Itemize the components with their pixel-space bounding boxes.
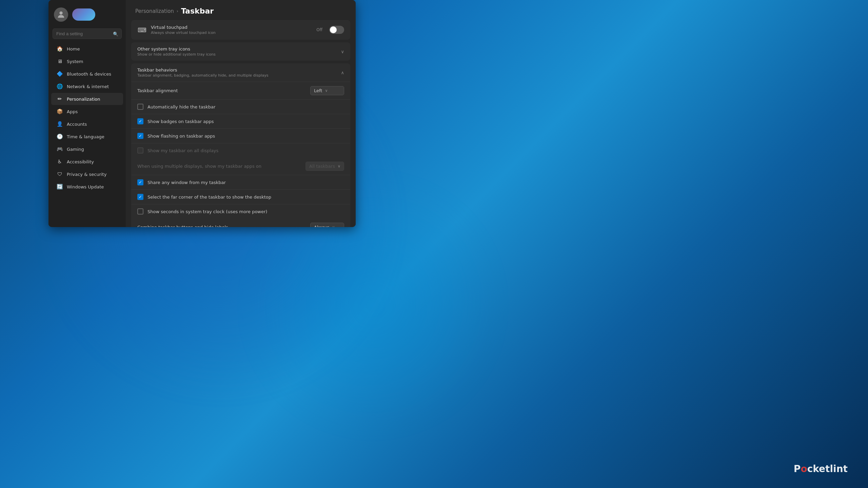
alignment-dropdown-arrow: ∨ — [325, 88, 328, 93]
virtual-touchpad-section: ⌨ Virtual touchpad Always show virtual t… — [131, 20, 350, 40]
checkbox-show_badges[interactable] — [137, 118, 143, 124]
nav-icon-system: 🖥 — [57, 58, 63, 64]
watermark-suffix: cketlint — [807, 463, 848, 474]
checkbox-share_window[interactable] — [137, 179, 143, 185]
sidebar-item-home[interactable]: 🏠 Home — [51, 43, 123, 55]
nav-icon-network: 🌐 — [57, 83, 63, 89]
nav-label-time: Time & language — [67, 134, 104, 139]
other-tray-icons-header[interactable]: Other system tray icons Show or hide add… — [131, 42, 350, 61]
behavior-label-show_flashing: Show flashing on taskbar apps — [147, 134, 344, 139]
sidebar-item-time[interactable]: 🕐 Time & language — [51, 130, 123, 143]
nav-icon-accounts: 👤 — [57, 121, 63, 127]
taskbar-behaviors-header[interactable]: Taskbar behaviors Taskbar alignment, bad… — [131, 63, 350, 82]
checkbox-far_corner[interactable] — [137, 194, 143, 200]
nav-items: 🏠 Home 🖥 System 🔷 Bluetooth & devices 🌐 … — [48, 42, 126, 227]
behavior-row-show_seconds: Show seconds in system tray clock (uses … — [131, 204, 350, 219]
nav-icon-apps: 📦 — [57, 108, 63, 115]
nav-icon-gaming: 🎮 — [57, 146, 63, 152]
main-content: Personalization › Taskbar ⌨ Virtual touc… — [126, 0, 356, 227]
behaviors-subtitle: Taskbar alignment, badging, automaticall… — [137, 73, 341, 78]
nav-icon-privacy: 🛡 — [57, 171, 63, 177]
multi-display-value: All taskbars — [309, 164, 335, 169]
combine-buttons-dropdown[interactable]: Always ∨ — [310, 223, 344, 227]
behavior-items-2: Share any window from my taskbar Select … — [131, 175, 350, 219]
nav-label-apps: Apps — [67, 109, 78, 114]
toggle-off-label: Off — [316, 27, 322, 32]
behavior-row-all_displays: Show my taskbar on all displays — [131, 143, 350, 158]
combine-buttons-row: Combine taskbar buttons and hide labels … — [131, 219, 350, 227]
alignment-label: Taskbar alignment — [137, 88, 306, 93]
combine-buttons-label: Combine taskbar buttons and hide labels — [137, 225, 306, 227]
behavior-items-1: Automatically hide the taskbar Show badg… — [131, 100, 350, 158]
alignment-row: Taskbar alignment Left ∨ — [131, 82, 350, 100]
nav-label-system: System — [67, 59, 83, 64]
virtual-touchpad-toggle[interactable] — [329, 26, 344, 34]
nav-icon-personalization: ✏️ — [57, 96, 63, 102]
nav-label-update: Windows Update — [67, 184, 104, 189]
sidebar-item-network[interactable]: 🌐 Network & internet — [51, 80, 123, 93]
breadcrumb-parent[interactable]: Personalization — [135, 8, 174, 14]
sidebar-item-update[interactable]: 🔄 Windows Update — [51, 181, 123, 193]
nav-label-network: Network & internet — [67, 84, 109, 89]
checkbox-show_flashing[interactable] — [137, 133, 143, 139]
sidebar-item-gaming[interactable]: 🎮 Gaming — [51, 143, 123, 155]
avatar[interactable] — [54, 7, 68, 22]
sidebar-item-system[interactable]: 🖥 System — [51, 55, 123, 67]
nav-icon-update: 🔄 — [57, 184, 63, 190]
nav-icon-home: 🏠 — [57, 46, 63, 52]
multi-display-label: When using multiple displays, show my ta… — [137, 164, 301, 169]
touchpad-icon: ⌨ — [137, 25, 147, 35]
other-tray-subtitle: Show or hide additional system tray icon… — [137, 52, 341, 57]
svg-point-0 — [59, 12, 62, 15]
nav-icon-accessibility: ♿ — [57, 159, 63, 165]
sidebar-item-personalization[interactable]: ✏️ Personalization — [51, 93, 123, 105]
behaviors-chevron: ∧ — [341, 70, 344, 75]
nav-label-gaming: Gaming — [67, 147, 84, 152]
page-header: Personalization › Taskbar — [126, 0, 356, 20]
combine-buttons-value: Always — [314, 225, 330, 227]
sidebar-item-bluetooth[interactable]: 🔷 Bluetooth & devices — [51, 68, 123, 80]
alignment-dropdown[interactable]: Left ∨ — [310, 86, 344, 95]
behavior-label-far_corner: Select the far corner of the taskbar to … — [147, 195, 344, 200]
virtual-touchpad-subtitle: Always show virtual touchpad icon — [151, 30, 312, 35]
other-tray-label: Other system tray icons — [137, 46, 341, 52]
behavior-row-show_badges: Show badges on taskbar apps — [131, 114, 350, 129]
checkbox-show_seconds[interactable] — [137, 208, 143, 215]
behavior-label-all_displays: Show my taskbar on all displays — [147, 148, 344, 153]
search-icon: 🔍 — [113, 31, 118, 36]
behavior-label-show_seconds: Show seconds in system tray clock (uses … — [147, 209, 344, 214]
breadcrumb-arrow: › — [177, 8, 178, 14]
behavior-label-show_badges: Show badges on taskbar apps — [147, 119, 344, 124]
sidebar-item-accounts[interactable]: 👤 Accounts — [51, 118, 123, 130]
multi-display-row: When using multiple displays, show my ta… — [131, 158, 350, 175]
behaviors-label: Taskbar behaviors — [137, 67, 341, 73]
behavior-row-far_corner: Select the far corner of the taskbar to … — [131, 190, 350, 204]
nav-icon-time: 🕐 — [57, 134, 63, 140]
nav-label-personalization: Personalization — [67, 97, 100, 102]
search-box[interactable]: 🔍 — [53, 28, 122, 39]
page-title: Taskbar — [181, 7, 214, 15]
watermark-highlight: o — [801, 463, 807, 474]
watermark-prefix: P — [794, 463, 801, 474]
search-input[interactable] — [53, 28, 122, 39]
user-logo — [72, 8, 95, 21]
multi-display-arrow: ∨ — [338, 164, 340, 168]
sidebar-item-apps[interactable]: 📦 Apps — [51, 105, 123, 118]
watermark: Pocketlint — [794, 463, 848, 474]
taskbar-behaviors-section: Taskbar behaviors Taskbar alignment, bad… — [131, 63, 350, 227]
alignment-value: Left — [314, 88, 322, 93]
nav-label-privacy: Privacy & security — [67, 172, 106, 177]
checkbox-auto_hide[interactable] — [137, 104, 143, 110]
combine-buttons-arrow: ∨ — [332, 225, 335, 227]
multi-display-dropdown: All taskbars ∨ — [305, 162, 344, 171]
behavior-label-auto_hide: Automatically hide the taskbar — [147, 104, 344, 109]
nav-label-accessibility: Accessibility — [67, 159, 94, 164]
nav-label-home: Home — [67, 46, 80, 52]
settings-window: 🔍 🏠 Home 🖥 System 🔷 Bluetooth & devices … — [48, 0, 356, 227]
sidebar-item-accessibility[interactable]: ♿ Accessibility — [51, 156, 123, 168]
behavior-row-auto_hide: Automatically hide the taskbar — [131, 100, 350, 114]
sidebar: 🔍 🏠 Home 🖥 System 🔷 Bluetooth & devices … — [48, 0, 126, 227]
user-profile — [48, 4, 126, 27]
behavior-label-share_window: Share any window from my taskbar — [147, 180, 344, 185]
sidebar-item-privacy[interactable]: 🛡 Privacy & security — [51, 168, 123, 180]
